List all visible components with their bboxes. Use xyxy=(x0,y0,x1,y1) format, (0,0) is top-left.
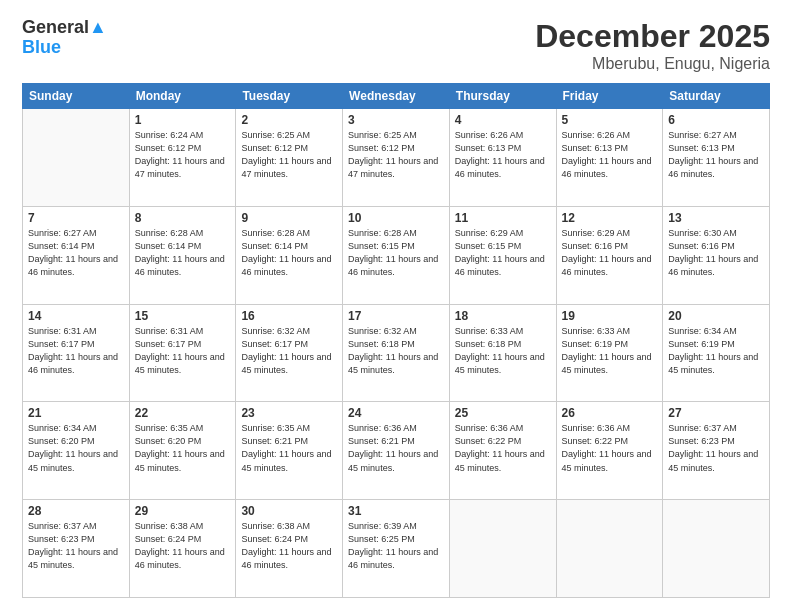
cell-4-7: 27Sunrise: 6:37 AMSunset: 6:23 PMDayligh… xyxy=(663,402,770,500)
title-block: December 2025 Mberubu, Enugu, Nigeria xyxy=(535,18,770,73)
day-number: 6 xyxy=(668,113,764,127)
day-number: 26 xyxy=(562,406,658,420)
cell-2-2: 8Sunrise: 6:28 AMSunset: 6:14 PMDaylight… xyxy=(129,206,236,304)
day-info: Sunrise: 6:36 AMSunset: 6:21 PMDaylight:… xyxy=(348,422,444,474)
day-info: Sunrise: 6:39 AMSunset: 6:25 PMDaylight:… xyxy=(348,520,444,572)
day-number: 15 xyxy=(135,309,231,323)
cell-4-3: 23Sunrise: 6:35 AMSunset: 6:21 PMDayligh… xyxy=(236,402,343,500)
cell-4-1: 21Sunrise: 6:34 AMSunset: 6:20 PMDayligh… xyxy=(23,402,130,500)
day-number: 7 xyxy=(28,211,124,225)
day-number: 23 xyxy=(241,406,337,420)
calendar-body: 1Sunrise: 6:24 AMSunset: 6:12 PMDaylight… xyxy=(23,109,770,598)
cell-3-4: 17Sunrise: 6:32 AMSunset: 6:18 PMDayligh… xyxy=(343,304,450,402)
day-info: Sunrise: 6:24 AMSunset: 6:12 PMDaylight:… xyxy=(135,129,231,181)
cell-3-3: 16Sunrise: 6:32 AMSunset: 6:17 PMDayligh… xyxy=(236,304,343,402)
logo: General▲ Blue xyxy=(22,18,107,58)
col-monday: Monday xyxy=(129,84,236,109)
day-number: 29 xyxy=(135,504,231,518)
cell-5-4: 31Sunrise: 6:39 AMSunset: 6:25 PMDayligh… xyxy=(343,500,450,598)
logo-text2: Blue xyxy=(22,38,107,58)
location-subtitle: Mberubu, Enugu, Nigeria xyxy=(535,55,770,73)
cell-1-4: 3Sunrise: 6:25 AMSunset: 6:12 PMDaylight… xyxy=(343,109,450,207)
cell-1-3: 2Sunrise: 6:25 AMSunset: 6:12 PMDaylight… xyxy=(236,109,343,207)
cell-1-7: 6Sunrise: 6:27 AMSunset: 6:13 PMDaylight… xyxy=(663,109,770,207)
cell-4-6: 26Sunrise: 6:36 AMSunset: 6:22 PMDayligh… xyxy=(556,402,663,500)
cell-1-2: 1Sunrise: 6:24 AMSunset: 6:12 PMDaylight… xyxy=(129,109,236,207)
day-info: Sunrise: 6:38 AMSunset: 6:24 PMDaylight:… xyxy=(135,520,231,572)
day-info: Sunrise: 6:35 AMSunset: 6:20 PMDaylight:… xyxy=(135,422,231,474)
day-number: 12 xyxy=(562,211,658,225)
cell-2-5: 11Sunrise: 6:29 AMSunset: 6:15 PMDayligh… xyxy=(449,206,556,304)
col-thursday: Thursday xyxy=(449,84,556,109)
cell-2-4: 10Sunrise: 6:28 AMSunset: 6:15 PMDayligh… xyxy=(343,206,450,304)
day-info: Sunrise: 6:32 AMSunset: 6:18 PMDaylight:… xyxy=(348,325,444,377)
day-number: 10 xyxy=(348,211,444,225)
cell-3-6: 19Sunrise: 6:33 AMSunset: 6:19 PMDayligh… xyxy=(556,304,663,402)
day-info: Sunrise: 6:37 AMSunset: 6:23 PMDaylight:… xyxy=(28,520,124,572)
cell-5-7 xyxy=(663,500,770,598)
week-row-4: 21Sunrise: 6:34 AMSunset: 6:20 PMDayligh… xyxy=(23,402,770,500)
day-info: Sunrise: 6:31 AMSunset: 6:17 PMDaylight:… xyxy=(28,325,124,377)
day-number: 1 xyxy=(135,113,231,127)
cell-3-7: 20Sunrise: 6:34 AMSunset: 6:19 PMDayligh… xyxy=(663,304,770,402)
day-number: 21 xyxy=(28,406,124,420)
day-info: Sunrise: 6:36 AMSunset: 6:22 PMDaylight:… xyxy=(562,422,658,474)
col-sunday: Sunday xyxy=(23,84,130,109)
cell-1-1 xyxy=(23,109,130,207)
cell-4-5: 25Sunrise: 6:36 AMSunset: 6:22 PMDayligh… xyxy=(449,402,556,500)
cell-5-1: 28Sunrise: 6:37 AMSunset: 6:23 PMDayligh… xyxy=(23,500,130,598)
day-info: Sunrise: 6:33 AMSunset: 6:18 PMDaylight:… xyxy=(455,325,551,377)
header-row: Sunday Monday Tuesday Wednesday Thursday… xyxy=(23,84,770,109)
day-info: Sunrise: 6:29 AMSunset: 6:15 PMDaylight:… xyxy=(455,227,551,279)
day-number: 2 xyxy=(241,113,337,127)
cell-2-1: 7Sunrise: 6:27 AMSunset: 6:14 PMDaylight… xyxy=(23,206,130,304)
cell-5-6 xyxy=(556,500,663,598)
day-number: 16 xyxy=(241,309,337,323)
cell-4-2: 22Sunrise: 6:35 AMSunset: 6:20 PMDayligh… xyxy=(129,402,236,500)
day-number: 24 xyxy=(348,406,444,420)
cell-1-6: 5Sunrise: 6:26 AMSunset: 6:13 PMDaylight… xyxy=(556,109,663,207)
week-row-2: 7Sunrise: 6:27 AMSunset: 6:14 PMDaylight… xyxy=(23,206,770,304)
day-info: Sunrise: 6:37 AMSunset: 6:23 PMDaylight:… xyxy=(668,422,764,474)
cell-1-5: 4Sunrise: 6:26 AMSunset: 6:13 PMDaylight… xyxy=(449,109,556,207)
day-number: 11 xyxy=(455,211,551,225)
cell-3-2: 15Sunrise: 6:31 AMSunset: 6:17 PMDayligh… xyxy=(129,304,236,402)
day-info: Sunrise: 6:30 AMSunset: 6:16 PMDaylight:… xyxy=(668,227,764,279)
day-number: 27 xyxy=(668,406,764,420)
col-friday: Friday xyxy=(556,84,663,109)
month-title: December 2025 xyxy=(535,18,770,55)
cell-4-4: 24Sunrise: 6:36 AMSunset: 6:21 PMDayligh… xyxy=(343,402,450,500)
cell-2-3: 9Sunrise: 6:28 AMSunset: 6:14 PMDaylight… xyxy=(236,206,343,304)
day-info: Sunrise: 6:34 AMSunset: 6:19 PMDaylight:… xyxy=(668,325,764,377)
day-number: 3 xyxy=(348,113,444,127)
day-info: Sunrise: 6:32 AMSunset: 6:17 PMDaylight:… xyxy=(241,325,337,377)
day-info: Sunrise: 6:28 AMSunset: 6:14 PMDaylight:… xyxy=(241,227,337,279)
day-info: Sunrise: 6:36 AMSunset: 6:22 PMDaylight:… xyxy=(455,422,551,474)
logo-text: General▲ xyxy=(22,18,107,38)
day-info: Sunrise: 6:26 AMSunset: 6:13 PMDaylight:… xyxy=(562,129,658,181)
day-number: 22 xyxy=(135,406,231,420)
day-info: Sunrise: 6:27 AMSunset: 6:14 PMDaylight:… xyxy=(28,227,124,279)
day-number: 17 xyxy=(348,309,444,323)
day-info: Sunrise: 6:28 AMSunset: 6:14 PMDaylight:… xyxy=(135,227,231,279)
cell-5-5 xyxy=(449,500,556,598)
cell-3-1: 14Sunrise: 6:31 AMSunset: 6:17 PMDayligh… xyxy=(23,304,130,402)
week-row-5: 28Sunrise: 6:37 AMSunset: 6:23 PMDayligh… xyxy=(23,500,770,598)
day-info: Sunrise: 6:25 AMSunset: 6:12 PMDaylight:… xyxy=(348,129,444,181)
page: General▲ Blue December 2025 Mberubu, Enu… xyxy=(0,0,792,612)
day-number: 31 xyxy=(348,504,444,518)
day-number: 8 xyxy=(135,211,231,225)
day-number: 5 xyxy=(562,113,658,127)
day-info: Sunrise: 6:27 AMSunset: 6:13 PMDaylight:… xyxy=(668,129,764,181)
day-number: 20 xyxy=(668,309,764,323)
day-number: 14 xyxy=(28,309,124,323)
day-info: Sunrise: 6:25 AMSunset: 6:12 PMDaylight:… xyxy=(241,129,337,181)
day-info: Sunrise: 6:33 AMSunset: 6:19 PMDaylight:… xyxy=(562,325,658,377)
calendar-header: Sunday Monday Tuesday Wednesday Thursday… xyxy=(23,84,770,109)
day-number: 30 xyxy=(241,504,337,518)
col-wednesday: Wednesday xyxy=(343,84,450,109)
week-row-3: 14Sunrise: 6:31 AMSunset: 6:17 PMDayligh… xyxy=(23,304,770,402)
day-number: 13 xyxy=(668,211,764,225)
col-saturday: Saturday xyxy=(663,84,770,109)
day-number: 19 xyxy=(562,309,658,323)
